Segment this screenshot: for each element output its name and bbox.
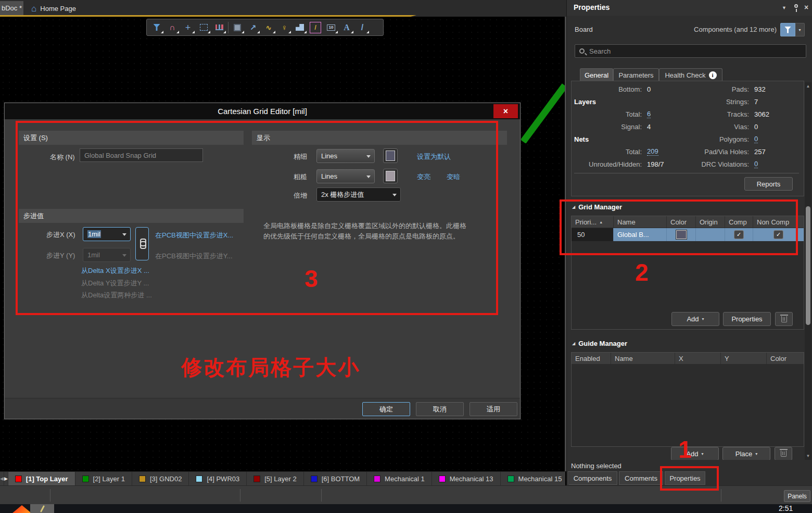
pads-icon[interactable]: [211, 20, 227, 34]
pads-value: 932: [749, 85, 766, 93]
annotation-number-2: 2: [635, 260, 649, 284]
text-icon[interactable]: A: [339, 20, 354, 34]
bottom-value: 0: [642, 85, 651, 93]
pin-icon[interactable]: [794, 4, 798, 8]
layers-total-link[interactable]: 6: [647, 110, 651, 118]
selection-box-icon[interactable]: [196, 20, 211, 34]
layer-tab-gnd02[interactable]: [3] GND02: [132, 472, 189, 485]
trash-icon: [781, 316, 787, 322]
crosshair-icon[interactable]: +: [180, 20, 196, 34]
guide-manager-heading[interactable]: ◢ Guide Manager: [572, 340, 627, 347]
collapse-icon: ◢: [572, 341, 575, 346]
annotation-box-step-1: [660, 466, 719, 491]
tab-parameters[interactable]: Parameters: [613, 68, 659, 81]
layer-color-swatch: [439, 476, 446, 482]
layer-tab-mechanical-1[interactable]: Mechanical 1: [367, 472, 432, 485]
layers-scroll-right-icon[interactable]: ▶: [4, 472, 8, 485]
unrouted-value: 198/7: [642, 160, 664, 168]
panel-menu-icon[interactable]: ▼: [782, 5, 786, 10]
dialog-footer: 确定 取消 适用: [5, 398, 520, 419]
holes-value: 257: [749, 148, 766, 156]
active-tab-underline: [0, 15, 416, 17]
caret-down-icon: ▾: [702, 452, 704, 456]
tab-health-check[interactable]: Health Check i: [659, 68, 722, 81]
caret-down-icon: ▾: [755, 452, 757, 456]
annotation-note: 修改布局格子大小: [181, 353, 360, 382]
column-y[interactable]: Y: [720, 353, 766, 364]
home-tab-label: Home Page: [40, 5, 76, 12]
column-x[interactable]: X: [675, 353, 720, 364]
annotation-box-step-2: [560, 199, 798, 255]
status-divider: [50, 489, 50, 502]
board-stats-right: Pads:932 Strings:7 Tracks:3062 Vias:0 Po…: [672, 83, 802, 170]
strings-value: 7: [749, 98, 758, 106]
layers-scroll-left-icon[interactable]: ◀: [0, 472, 4, 485]
filter-icon[interactable]: [149, 20, 164, 34]
polygons-link[interactable]: 0: [754, 135, 758, 143]
active-track-icon[interactable]: /: [308, 20, 323, 34]
caret-down-icon: ▾: [702, 317, 704, 321]
layer-tab-bar: ◀ ▶ [1] Top Layer [2] Layer 1 [3] GND02 …: [0, 471, 565, 485]
tracks-value: 3062: [749, 110, 769, 118]
cancel-button[interactable]: 取消: [416, 402, 464, 416]
pcb-green-track: [518, 78, 566, 143]
search-icon: [579, 48, 585, 54]
panel-close-icon[interactable]: ×: [804, 3, 808, 11]
layer-tab-mechanical-13[interactable]: Mechanical 13: [432, 472, 501, 485]
column-guide-name[interactable]: Name: [611, 353, 675, 364]
layer-tab-layer-1[interactable]: [2] Layer 1: [75, 472, 132, 485]
component-icon[interactable]: [230, 20, 245, 34]
tab-pcbdoc[interactable]: bDoc *: [0, 1, 23, 16]
line-icon[interactable]: /: [354, 20, 370, 34]
filter-dropdown-button[interactable]: ▾: [795, 23, 805, 36]
guide-manager-table: Enabled Name X Y Color: [571, 352, 804, 447]
column-guide-color[interactable]: Color: [766, 353, 804, 364]
layer-tab-mechanical-15[interactable]: Mechanical 15: [501, 472, 569, 485]
dialog-close-button[interactable]: ×: [493, 104, 518, 118]
layer-color-swatch: [374, 476, 380, 482]
layer-color-swatch: [139, 476, 146, 482]
apply-button[interactable]: 适用: [470, 402, 517, 416]
polygon-icon[interactable]: [292, 20, 308, 34]
layer-tab-pwr03[interactable]: [4] PWR03: [189, 472, 247, 485]
document-tab-bar: bDoc * ⌂ Home Page: [0, 0, 566, 17]
status-divider: [321, 489, 322, 502]
measure-icon[interactable]: 10: [323, 20, 339, 34]
filter-button[interactable]: [780, 23, 795, 36]
grid-delete-button[interactable]: [775, 312, 793, 326]
reports-button[interactable]: Reports: [744, 177, 793, 191]
scroll-down-icon[interactable]: ▼: [805, 454, 811, 458]
status-divider: [721, 489, 721, 502]
layer-tab-layer-2[interactable]: [5] Layer 2: [247, 472, 303, 485]
toolbar-divider: [228, 22, 229, 33]
route-icon[interactable]: ↗: [245, 20, 261, 34]
guide-delete-button[interactable]: [775, 447, 792, 460]
layer-color-swatch: [311, 476, 318, 482]
search-input[interactable]: [588, 47, 802, 56]
pen-tool-icon[interactable]: [30, 504, 54, 513]
tab-comments[interactable]: Comments: [619, 471, 663, 485]
info-icon[interactable]: i: [709, 71, 717, 79]
layer-color-swatch: [15, 476, 22, 482]
tab-general[interactable]: General: [580, 68, 613, 81]
grid-properties-button[interactable]: Properties: [723, 312, 771, 326]
guide-place-button[interactable]: Place▾: [722, 447, 770, 460]
column-enabled[interactable]: Enabled: [572, 353, 611, 364]
scrollbar-thumb[interactable]: [806, 206, 810, 325]
tab-home-page[interactable]: ⌂ Home Page: [25, 1, 82, 16]
layer-tab-bottom[interactable]: [6] BOTTOM: [304, 472, 367, 485]
grid-add-button[interactable]: Add▾: [671, 312, 719, 326]
drc-violations-link[interactable]: 0: [754, 160, 758, 168]
guide-manager-header-row: Enabled Name X Y Color: [572, 353, 804, 365]
nets-total-link[interactable]: 209: [647, 147, 658, 156]
tune-icon[interactable]: ∿: [261, 20, 276, 34]
scroll-up-icon[interactable]: ▲: [805, 84, 811, 89]
via-icon[interactable]: ♀: [276, 20, 292, 34]
magnet-icon[interactable]: ∩: [164, 20, 180, 34]
panels-button[interactable]: Panels: [784, 490, 810, 502]
tab-components[interactable]: Components: [568, 471, 617, 485]
ok-button[interactable]: 确定: [362, 402, 410, 416]
search-box[interactable]: [575, 44, 806, 58]
layer-tab-top-layer[interactable]: [1] Top Layer: [8, 472, 75, 485]
panel-scrollbar[interactable]: ▲ ▼: [805, 82, 811, 460]
